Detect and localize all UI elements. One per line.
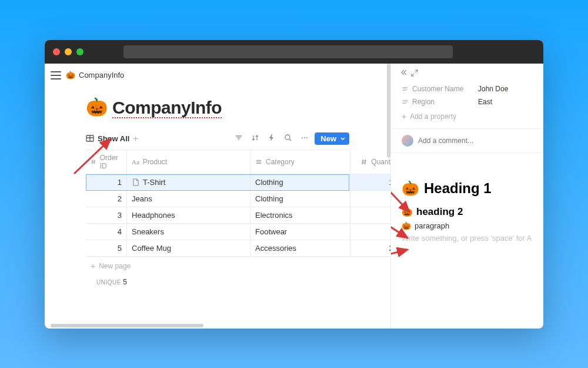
table-row[interactable]: 2 Jeans Clothing 5 <box>86 191 349 207</box>
topbar: 🎃 CompanyInfo <box>45 64 390 87</box>
column-order-id[interactable]: Order ID <box>86 150 127 174</box>
vertical-scrollbar[interactable] <box>386 64 390 246</box>
heading-1-text: Heading 1 <box>424 180 492 197</box>
chevron-down-icon <box>340 135 346 141</box>
text-icon: Aa <box>132 158 139 165</box>
svg-line-14 <box>94 160 95 164</box>
table-view-icon <box>86 134 94 142</box>
application-window: 🎃 CompanyInfo 🎃 CompanyInfo Show All + <box>45 40 543 329</box>
tag-icon <box>255 158 262 165</box>
window-close-button[interactable] <box>53 48 60 55</box>
property-row[interactable]: Region East <box>391 95 543 108</box>
svg-line-7 <box>289 139 291 141</box>
collapse-panel-icon[interactable] <box>398 68 406 79</box>
new-button[interactable]: New <box>315 132 349 145</box>
block-emoji: 🎃 <box>402 221 411 230</box>
svg-point-10 <box>306 137 308 138</box>
heading-1-block[interactable]: 🎃 Heading 1 <box>402 180 533 197</box>
svg-line-31 <box>390 250 407 254</box>
hash-icon <box>360 158 368 165</box>
filter-icon[interactable] <box>232 131 245 146</box>
svg-line-21 <box>365 159 366 164</box>
url-bar[interactable] <box>123 45 453 58</box>
sort-icon[interactable] <box>249 131 262 146</box>
window-zoom-button[interactable] <box>76 48 83 55</box>
table-header-row: Order ID Aa Product Category Quantit <box>86 150 349 174</box>
bolt-icon[interactable] <box>265 131 278 146</box>
page-content: 🎃 CompanyInfo Show All + <box>45 87 390 289</box>
main-pane: 🎃 CompanyInfo 🎃 CompanyInfo Show All + <box>45 64 390 329</box>
breadcrumb-emoji: 🎃 <box>66 71 75 79</box>
block-emoji: 🎃 <box>402 180 419 197</box>
add-view-button[interactable]: + <box>133 134 138 143</box>
property-row[interactable]: Customer Name John Doe <box>391 82 543 95</box>
more-icon[interactable] <box>298 131 311 146</box>
heading-2-text: heading 2 <box>416 206 463 218</box>
breadcrumb-title: CompanyInfo <box>79 71 124 79</box>
hash-icon <box>91 158 96 165</box>
plus-icon: + <box>402 112 406 121</box>
window-minimize-button[interactable] <box>65 48 72 55</box>
page-title-text: CompanyInfo <box>112 98 222 118</box>
empty-block-placeholder[interactable]: Write something, or press 'space' for A <box>402 234 533 243</box>
menu-icon[interactable] <box>51 71 61 79</box>
title-bar <box>45 40 543 64</box>
annotation-arrow <box>390 246 413 260</box>
horizontal-scrollbar[interactable] <box>51 323 386 329</box>
view-toolbar: Show All + New <box>86 131 349 146</box>
app-body: 🎃 CompanyInfo 🎃 CompanyInfo Show All + <box>45 64 543 329</box>
new-page-button[interactable]: + New page <box>86 257 349 276</box>
plus-icon: + <box>91 261 95 271</box>
add-property-button[interactable]: + Add a property <box>391 108 543 125</box>
column-category[interactable]: Category <box>250 150 350 174</box>
expand-panel-icon[interactable] <box>411 68 418 79</box>
column-product[interactable]: Aa Product <box>127 150 250 174</box>
paragraph-block[interactable]: 🎃 paragraph <box>402 221 533 230</box>
svg-point-6 <box>285 135 290 140</box>
text-prop-icon <box>402 85 409 92</box>
table-row[interactable]: 5 Coffee Mug Accessories 20 <box>86 240 349 257</box>
page-title[interactable]: 🎃 CompanyInfo <box>86 98 349 118</box>
block-emoji: 🎃 <box>402 207 413 217</box>
comment-box[interactable] <box>391 128 543 153</box>
heading-2-block[interactable]: 🎃 heading 2 <box>402 206 533 218</box>
breadcrumb[interactable]: 🎃 CompanyInfo <box>66 71 124 79</box>
view-selector[interactable]: Show All <box>98 134 129 143</box>
new-button-label: New <box>320 134 336 143</box>
page-emoji[interactable]: 🎃 <box>86 97 108 117</box>
svg-line-13 <box>92 160 93 164</box>
table-row[interactable]: 1 T-Shirt Clothing 10 <box>86 174 349 191</box>
avatar <box>402 135 413 147</box>
text-prop-icon <box>402 98 409 105</box>
cell-product[interactable]: T-Shirt <box>127 174 250 191</box>
paragraph-text: paragraph <box>415 221 449 230</box>
svg-point-8 <box>302 137 303 138</box>
search-icon[interactable] <box>282 131 295 146</box>
side-panel: Customer Name John Doe Region East + Add… <box>390 64 543 329</box>
column-quantity[interactable]: Quantity <box>350 150 390 174</box>
page-icon <box>132 178 139 186</box>
table-row[interactable]: 4 Sneakers Footwear 2 <box>86 224 349 240</box>
comment-input[interactable] <box>418 137 533 145</box>
calculation-row[interactable]: UNIQUE 5 <box>86 276 349 289</box>
table-row[interactable]: 3 Headphones Electronics 3 <box>86 207 349 224</box>
detail-body: 🎃 Heading 1 🎃 heading 2 🎃 paragraph Writ… <box>391 153 543 243</box>
svg-line-20 <box>363 159 363 164</box>
svg-point-9 <box>304 137 305 138</box>
data-table: Order ID Aa Product Category Quantit <box>86 150 349 289</box>
